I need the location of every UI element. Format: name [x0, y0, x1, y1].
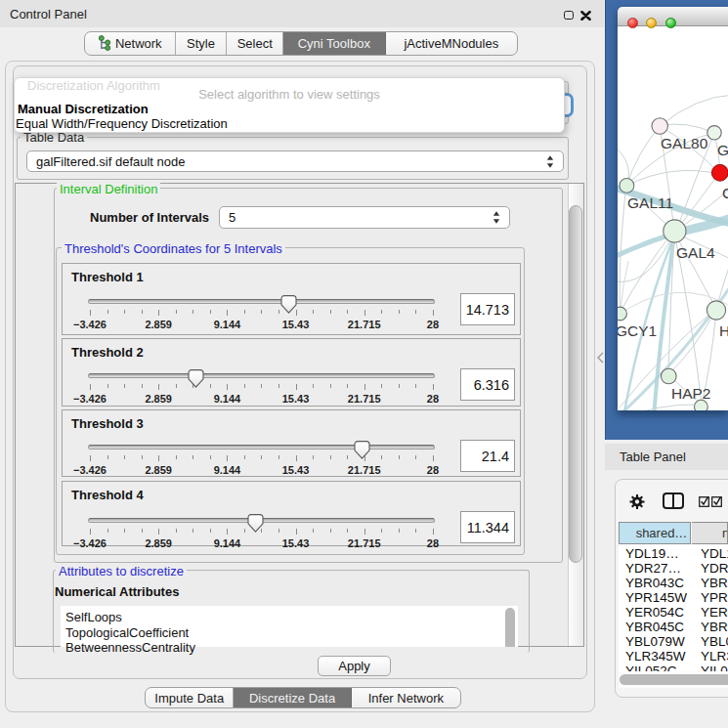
svg-text:H: H [719, 322, 728, 339]
svg-text:GAL11: GAL11 [627, 194, 673, 211]
svg-text:HAP2: HAP2 [671, 385, 711, 402]
svg-text:GCY1: GCY1 [618, 322, 657, 339]
svg-text:GA: GA [717, 142, 728, 158]
svg-text:GAL80: GAL80 [661, 135, 708, 151]
svg-text:GAL4: GAL4 [676, 244, 715, 261]
svg-text:C: C [722, 185, 728, 201]
